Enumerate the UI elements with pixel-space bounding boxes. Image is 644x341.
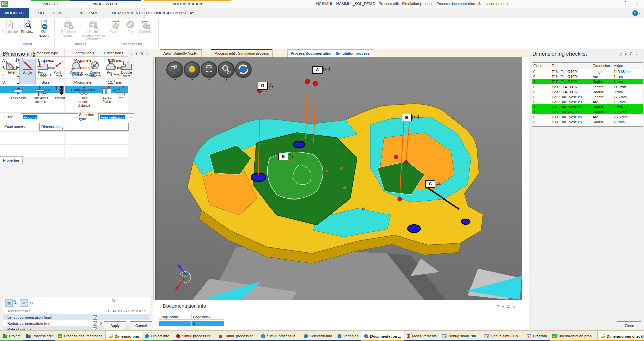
expand-all-icon[interactable]: ⊕ [20, 299, 28, 307]
checklist-row[interactable]: 0T20 : FLAT Ø16Length111 mm [532, 84, 643, 89]
pin-icon[interactable] [630, 52, 633, 56]
close-icon[interactable]: × [146, 52, 148, 56]
close-button[interactable]: × [633, 1, 641, 7]
tool-double-diameter[interactable]: Double diameter [87, 59, 103, 84]
tab-home[interactable]: HOME [46, 8, 70, 18]
help-icon[interactable]: ? [632, 10, 638, 16]
3d-viewport[interactable]: ▼▼▼▼ ABCRD⌀E [155, 57, 522, 300]
page-name-cell[interactable] [159, 321, 191, 326]
taskbar-item-variables[interactable]: VVariables [335, 331, 361, 341]
taskbar-item-dimensioning[interactable]: Dimensioning [105, 331, 142, 341]
taskbar-item-documentation-prop-[interactable]: NCDocumentation prop... [550, 331, 597, 341]
filter-dropdown[interactable]: Roughs▾ [21, 113, 78, 121]
refresh-view-icon[interactable] [235, 61, 252, 78]
pin-icon[interactable] [507, 305, 510, 308]
page-name-input[interactable]: Dimensioning [39, 123, 129, 131]
tool-point-plane[interactable]: Point - Plane [35, 59, 50, 84]
tab-program[interactable]: PROGRAM [71, 8, 105, 18]
dimension-tag-E[interactable]: E [278, 153, 288, 160]
taskbar-item-simul-process-st-[interactable]: Simul. process st... [216, 331, 258, 341]
tool-point[interactable]: Point [103, 59, 118, 84]
pin-icon[interactable] [140, 52, 143, 56]
dimension-tag-A[interactable]: A [312, 66, 323, 74]
taskbar-item-measurements[interactable]: Measurements [404, 331, 439, 341]
chevron-down-icon[interactable]: ▼ [225, 78, 228, 81]
tool-fillet[interactable]: Fillet [4, 59, 19, 84]
selection-type-dropdown[interactable]: Free selection▾ [98, 113, 134, 121]
viewport-tab-process-documentation-simulation-process[interactable]: Process documentation : Simulation proce… [287, 49, 373, 57]
collapse-icon[interactable]: ▾ [625, 52, 627, 56]
tool-hole-centre[interactable]: Hole centre-distance [76, 84, 92, 110]
categorized-view-icon[interactable]: ▦ [5, 299, 13, 307]
tool-diameter[interactable]: Diameter [69, 59, 84, 84]
taskbar-item-project[interactable]: Project [0, 331, 23, 341]
chevron-down-icon[interactable]: ▼ [174, 78, 177, 81]
tab-display[interactable]: DISPLAY [175, 8, 199, 18]
solid-cube-icon[interactable] [184, 61, 200, 78]
collapse-icon[interactable]: ▾ [135, 52, 137, 56]
restore-button[interactable] [623, 1, 630, 7]
tab-modules[interactable]: MODULES [0, 8, 29, 18]
help-icon[interactable]: ? [130, 52, 132, 56]
dimension-tag-C[interactable]: C [425, 180, 435, 188]
property-row-length-compensation-mm-[interactable]: Length compensation (mm) [3, 314, 150, 320]
apply-button[interactable]: Apply [104, 321, 126, 330]
tab-measurements[interactable]: MEASUREMENTS [109, 8, 146, 18]
taskbar-item-process-documentation[interactable]: NCProcess documentation [55, 331, 105, 341]
taskbar-item-project-info-[interactable]: iProject info. [142, 331, 173, 341]
minimize-button[interactable]: – [613, 1, 620, 7]
preview-button[interactable]: Preview [19, 19, 35, 34]
collapse-icon[interactable]: ▾ [502, 304, 504, 309]
xml-export-button[interactable]: XMLXML export [36, 19, 52, 37]
checklist-row[interactable]: 1T29 : Drill Ø12.7Radius6.35 mm [532, 109, 643, 114]
taskbar-item-debug-simul-co-[interactable]: Debug simul. Co... [482, 331, 524, 341]
help-icon[interactable]: ? [497, 305, 499, 309]
cancel-button[interactable]: Cancel [130, 321, 152, 330]
zoom-icon[interactable] [218, 61, 235, 78]
help-icon[interactable]: ? [620, 52, 622, 56]
checklist-row[interactable]: 0T16 : Flat Ø10R1Length140.35 mm [532, 69, 643, 74]
close-icon[interactable]: × [513, 305, 515, 309]
chevron-down-icon[interactable]: ▼ [208, 78, 211, 81]
checklist-row[interactable]: 1T17 : Flat Ø10R1Radius5 mm [532, 79, 643, 84]
chevron-down-icon[interactable]: ▼ [191, 78, 194, 81]
property-row-radius-compensation-mm-[interactable]: Radius compensation (mm)X [3, 320, 150, 326]
taskbar-item-simul-process-in-[interactable]: iSimul. process in... [258, 331, 301, 341]
views-icon[interactable] [166, 61, 183, 78]
checklist-row[interactable]: 1T21 : Bull_Nose Ø1...Radius8 mm [532, 104, 643, 109]
tool-angle[interactable]: Angle [19, 59, 36, 84]
tool-double-point[interactable]: Double point [119, 59, 134, 84]
viewport-tab-process-edit-simulation-process[interactable]: Process edit : Simulation process [211, 49, 273, 57]
tab-properties[interactable]: Properties [0, 156, 23, 164]
taskbar-item-simul-process-er-[interactable]: Simul. process er... [173, 331, 216, 341]
checklist-row[interactable]: 0T30 : Bull_Nose Ø2...Radius20 mm [532, 119, 643, 124]
taskbar-item-debug-simul-sta-[interactable]: Debug simul. sta... [439, 331, 482, 341]
taskbar-item-dimensioning-checkl-[interactable]: Dimensioning checkl... [597, 331, 644, 341]
tool-free[interactable]: ?Free [112, 84, 128, 110]
taskbar-item-selection-info[interactable]: iSelection info [301, 331, 335, 341]
tool-thickness-inverse[interactable]: Thickness inverse [33, 84, 48, 110]
tool-point-point[interactable]: Point - Point [51, 59, 66, 84]
stock-cylinder-icon[interactable] [201, 61, 217, 78]
dimension-tag-D[interactable]: D [258, 82, 268, 90]
page-index-cell[interactable]: 0 [191, 321, 224, 326]
formula-icon[interactable] [93, 321, 97, 326]
formula-icon[interactable] [93, 315, 97, 320]
checklist-row[interactable]: 0T30 : Bull_Nose Ø2...Arc2.75 mm [532, 114, 643, 119]
collapse-all-icon[interactable]: ⊖ [28, 299, 35, 307]
chevron-down-icon[interactable]: ▾ [639, 12, 640, 15]
close-panel-button[interactable]: Close [617, 321, 641, 330]
checklist-row[interactable]: 0T21 : Bull_Nose Ø1...Length126 mm [532, 94, 643, 99]
checklist-row[interactable]: 0T21 : Bull_Nose Ø1...Arc1.6 mm [532, 99, 643, 104]
tool-thickness[interactable]: Thickness [10, 84, 26, 110]
taskbar-item-documentation-[interactable]: iDocumentation ... [361, 331, 404, 341]
checklist-row[interactable]: 0T16 : Flat Ø10R1Arc1 mm [532, 74, 643, 79]
property-row-tool-reference[interactable]: Tool referenceFLAT Ø16 - Flat Ø10R1 [3, 308, 150, 314]
taskbar-item-process-edit[interactable]: Process edit [23, 331, 55, 341]
close-icon[interactable]: × [636, 52, 638, 56]
sort-az-icon[interactable]: A↓ [13, 299, 20, 307]
tool-thread[interactable]: Thread [52, 84, 67, 110]
taskbar-item-program[interactable]: Program [524, 331, 550, 341]
viewport-tab-aero-buterffly-ncsprj[interactable]: Aero_Buterffly.NcsPrj [160, 49, 202, 57]
checklist-row[interactable]: 0T20 : FLAT Ø16Radius8 mm [532, 89, 643, 94]
